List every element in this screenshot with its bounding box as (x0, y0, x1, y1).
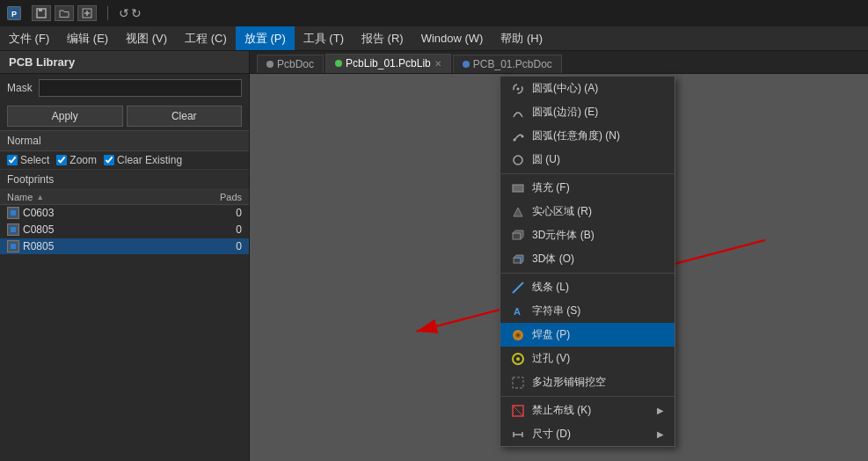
redo-button[interactable]: ↻ (131, 6, 142, 20)
menu-window[interactable]: Window (W) (412, 26, 492, 50)
menu-item-3d-body[interactable]: 3D体 (O) (500, 247, 675, 271)
mask-label: Mask (7, 82, 33, 94)
polygon-cutout-icon (511, 376, 525, 390)
menu-place[interactable]: 放置 (P) (236, 26, 295, 50)
filter-checkboxes: Select Zoom Clear Existing (0, 151, 249, 170)
menu-file[interactable]: 文件 (F) (0, 26, 58, 50)
table-row[interactable]: C0603 0 (0, 205, 249, 222)
open-button[interactable] (55, 5, 74, 21)
svg-point-13 (514, 156, 522, 165)
tab-label: PCB_01.PcbDoc (473, 58, 552, 70)
menu-item-label: 圆 (U) (532, 152, 664, 167)
component-icon (7, 223, 19, 236)
app-icon: P (7, 6, 21, 20)
component-name: C0805 (23, 223, 198, 236)
svg-rect-18 (514, 258, 521, 263)
zoom-checkbox-item[interactable]: Zoom (56, 154, 97, 166)
tab-dot-blue (463, 61, 470, 68)
mask-input[interactable] (39, 79, 242, 97)
table-row[interactable]: R0805 0 (0, 238, 249, 255)
svg-point-24 (517, 333, 520, 336)
svg-rect-14 (513, 185, 523, 192)
submenu-arrow-icon: ▶ (657, 429, 664, 439)
fill-icon (511, 181, 525, 195)
undo-button[interactable]: ↺ (119, 6, 129, 20)
menu-view[interactable]: 视图 (V) (117, 26, 176, 50)
tab-label: PcbDoc (277, 58, 314, 70)
select-checkbox[interactable] (7, 155, 18, 165)
th-name: Name ▲ (7, 192, 198, 202)
circle-icon (511, 153, 525, 167)
menu-item-solid-region[interactable]: 实心区域 (R) (500, 200, 675, 223)
component-name: R0805 (23, 240, 198, 252)
menu-item-label: 圆弧(任意角度) (N) (532, 128, 664, 143)
menu-item-label: 尺寸 (D) (532, 427, 650, 442)
tab-close-icon[interactable]: ✕ (434, 59, 441, 69)
clear-existing-checkbox-item[interactable]: Clear Existing (104, 154, 182, 166)
menu-item-arc-edge[interactable]: 圆弧(边沿) (E) (500, 100, 675, 124)
menu-item-label: 3D元件体 (B) (532, 228, 664, 243)
separator (500, 173, 675, 174)
menu-item-label: 圆弧(中心) (A) (532, 81, 664, 96)
title-bar-quick-access (32, 5, 97, 21)
place-dropdown-menu: 圆弧(中心) (A) 圆弧(边沿) (E) 圆弧(任意角度) (N) (500, 76, 675, 447)
menu-item-string[interactable]: A 字符串 (S) (500, 299, 675, 323)
table-row[interactable]: C0805 0 (0, 222, 249, 238)
menu-help[interactable]: 帮助 (H) (492, 26, 551, 50)
menu-edit[interactable]: 编辑 (E) (58, 26, 117, 50)
menu-project[interactable]: 工程 (C) (176, 26, 236, 50)
select-checkbox-item[interactable]: Select (7, 154, 49, 166)
menu-item-keepout[interactable]: 禁止布线 (K) ▶ (500, 399, 675, 422)
clear-button[interactable]: Clear (127, 106, 243, 127)
table-header: Name ▲ Pads (0, 190, 249, 205)
line-icon (511, 281, 525, 295)
svg-point-12 (522, 135, 524, 137)
tab-pcb01[interactable]: PCB_01.PcbDoc (453, 55, 562, 73)
clear-existing-label: Clear Existing (117, 154, 182, 166)
save-button[interactable] (32, 5, 51, 21)
menu-item-dimension[interactable]: 尺寸 (D) ▶ (500, 422, 675, 446)
new-button[interactable] (77, 5, 97, 21)
arc-edge-icon (511, 106, 525, 120)
tab-dot-green (335, 60, 342, 67)
zoom-label: Zoom (69, 154, 97, 166)
menu-tools[interactable]: 工具 (T) (295, 26, 353, 50)
tab-pcbdoc[interactable]: PcbDoc (257, 55, 324, 73)
menu-item-3d-component[interactable]: 3D元件体 (B) (500, 223, 675, 247)
menu-item-fill[interactable]: 填充 (F) (500, 176, 675, 200)
svg-point-10 (517, 87, 520, 90)
menu-item-arc-angle[interactable]: 圆弧(任意角度) (N) (500, 124, 675, 148)
clear-existing-checkbox[interactable] (104, 155, 114, 165)
apply-button[interactable]: Apply (7, 106, 123, 127)
component-pads: 0 (198, 240, 242, 252)
undo-redo-buttons: ↺ ↻ (119, 6, 142, 20)
menu-item-label: 填充 (F) (532, 180, 664, 195)
3d-component-icon (511, 229, 525, 243)
main-layout: PCB Library Mask Apply Clear Normal Sele… (0, 51, 868, 461)
menu-item-circle[interactable]: 圆 (U) (500, 148, 675, 172)
menu-item-label: 禁止布线 (K) (532, 403, 650, 418)
dimension-icon (511, 428, 525, 442)
pad-icon (511, 328, 525, 342)
menu-item-arc-center[interactable]: 圆弧(中心) (A) (500, 77, 675, 100)
tab-pcblib[interactable]: PcbLib_01.PcbLib ✕ (325, 54, 451, 73)
svg-text:P: P (11, 10, 17, 18)
right-area: PcbDoc PcbLib_01.PcbLib ✕ PCB_01.PcbDoc (250, 51, 868, 461)
menu-item-line[interactable]: 线条 (L) (500, 275, 675, 299)
menu-item-label: 字符串 (S) (532, 304, 664, 318)
svg-rect-27 (513, 377, 523, 388)
menu-report[interactable]: 报告 (R) (353, 26, 412, 50)
separator (500, 273, 675, 274)
menu-item-via[interactable]: 过孔 (V) (500, 347, 675, 370)
menu-item-label: 过孔 (V) (532, 351, 664, 366)
component-icon (7, 240, 19, 252)
title-bar: P ↺ ↻ (0, 0, 868, 26)
zoom-checkbox[interactable] (56, 155, 67, 165)
component-pads: 0 (198, 207, 242, 219)
svg-point-11 (514, 138, 516, 141)
arc-center-icon (511, 82, 525, 96)
tab-bar: PcbDoc PcbLib_01.PcbLib ✕ PCB_01.PcbDoc (250, 51, 868, 74)
menu-item-pad[interactable]: 焊盘 (P) (500, 323, 675, 347)
menu-item-label: 焊盘 (P) (532, 327, 664, 342)
menu-item-polygon-cutout[interactable]: 多边形铺铜挖空 (500, 370, 675, 394)
